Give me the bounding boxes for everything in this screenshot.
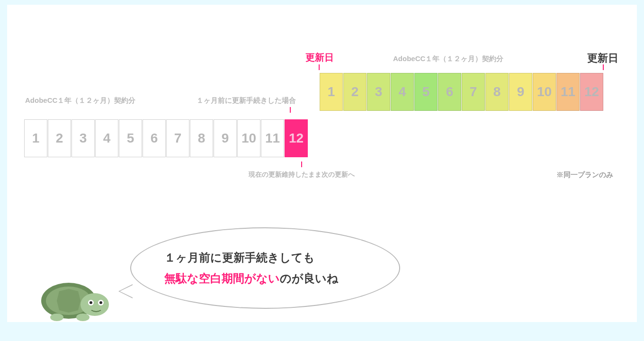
tick-one-month — [290, 107, 291, 113]
month-cell-right-6: 6 — [438, 73, 461, 111]
label-one-month-before: １ヶ月前に更新手続きした場合 — [197, 96, 296, 105]
month-cell-left-5: 5 — [119, 119, 142, 157]
month-cell-left-12: 12 — [285, 119, 308, 157]
label-same-plan: ※同一プランのみ — [556, 170, 613, 179]
month-cell-left-10: 10 — [237, 119, 260, 157]
month-cell-right-7: 7 — [462, 73, 485, 111]
month-cell-left-9: 9 — [214, 119, 237, 157]
label-contract-right: AdobeCC１年（１２ヶ月）契約分 — [393, 54, 503, 63]
turtle-character — [36, 268, 111, 329]
month-cell-right-1: 1 — [320, 73, 343, 111]
tick-renewal-right — [603, 64, 604, 70]
month-cell-left-7: 7 — [166, 119, 189, 157]
tick-keep — [301, 162, 302, 167]
svg-point-8 — [76, 314, 89, 321]
month-cell-left-11: 11 — [261, 119, 284, 157]
month-cell-left-1: 1 — [24, 119, 47, 157]
speech-bubble: １ヶ月前に更新手続きしても 無駄な空白期間がないのが良いね — [130, 227, 400, 309]
month-cell-left-3: 3 — [72, 119, 95, 157]
month-cell-right-12: 12 — [580, 73, 603, 111]
month-cell-left-4: 4 — [95, 119, 118, 157]
month-cell-right-4: 4 — [391, 73, 414, 111]
month-cell-left-8: 8 — [190, 119, 213, 157]
svg-point-2 — [80, 293, 109, 316]
label-renewal-right: 更新日 — [587, 51, 618, 65]
label-renewal-center: 更新日 — [305, 51, 334, 64]
diagram-canvas: AdobeCC１年（１２ヶ月）契約分 １ヶ月前に更新手続きした場合 更新日 Ad… — [7, 5, 637, 322]
label-keep-renewal: 現在の更新維持したまま次の更新へ — [249, 170, 355, 179]
month-cell-right-9: 9 — [509, 73, 532, 111]
month-cell-right-3: 3 — [367, 73, 390, 111]
month-cell-left-2: 2 — [48, 119, 71, 157]
month-cell-right-2: 2 — [343, 73, 367, 111]
speech-line-2: 無駄な空白期間がないのが良いね — [164, 271, 371, 286]
timeline-right: 123456789101112 — [320, 73, 604, 111]
month-cell-right-5: 5 — [414, 73, 438, 111]
timeline-left: 123456789101112 — [24, 119, 308, 157]
tick-renewal-center — [319, 64, 320, 70]
month-cell-right-10: 10 — [533, 73, 556, 111]
svg-point-6 — [99, 301, 102, 304]
speech-tail — [118, 284, 133, 298]
svg-point-7 — [50, 314, 63, 321]
speech-line-1: １ヶ月前に更新手続きしても — [164, 250, 371, 265]
month-cell-left-6: 6 — [143, 119, 166, 157]
month-cell-right-11: 11 — [556, 73, 580, 111]
label-contract-left: AdobeCC１年（１２ヶ月）契約分 — [25, 96, 135, 105]
month-cell-right-8: 8 — [485, 73, 509, 111]
svg-point-4 — [89, 301, 92, 304]
